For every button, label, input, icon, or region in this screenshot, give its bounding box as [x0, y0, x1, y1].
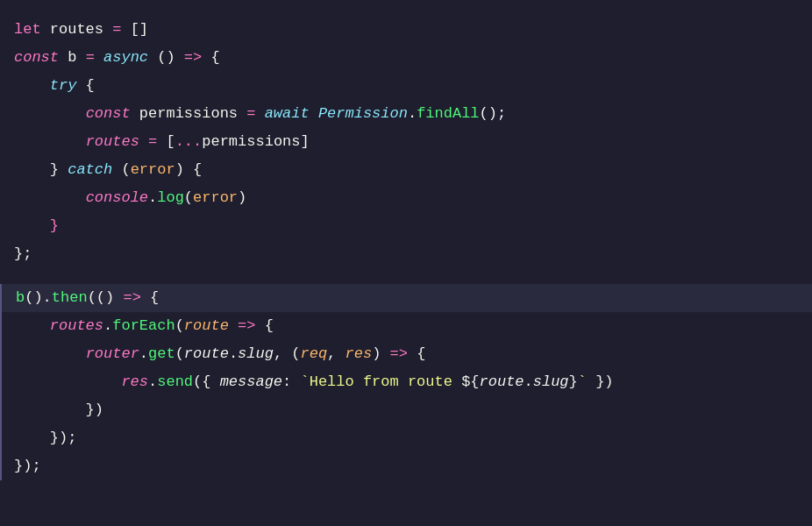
code-line-17: });: [0, 452, 812, 480]
code-line-1: let routes = []: [0, 16, 812, 44]
code-block: let routes = [] const b = async () => { …: [0, 16, 812, 480]
code-line-5: routes = [ ... permissions]: [0, 128, 812, 156]
code-line-16: });: [0, 424, 812, 452]
code-line-8: }: [0, 212, 812, 240]
code-line-4: const permissions = await Permission . f…: [0, 100, 812, 128]
code-line-13: router . get ( route . slug , ( req , re…: [0, 340, 812, 368]
code-line-6: } catch ( error ) {: [0, 156, 812, 184]
code-line-14: res . send ({ message : `Hello from rout…: [0, 368, 812, 396]
code-line-15: }): [0, 396, 812, 424]
keyword-let: let: [14, 18, 41, 42]
code-line-3: try {: [0, 72, 812, 100]
code-line-12: routes . forEach ( route => {: [0, 312, 812, 340]
code-line-2: const b = async () => {: [0, 44, 812, 72]
code-line-7: console . log ( error ): [0, 184, 812, 212]
code-separator: [0, 268, 812, 284]
code-line-9: };: [0, 240, 812, 268]
code-editor: let routes = [] const b = async () => { …: [0, 0, 812, 526]
code-line-11: b (). then (() => {: [0, 284, 812, 312]
